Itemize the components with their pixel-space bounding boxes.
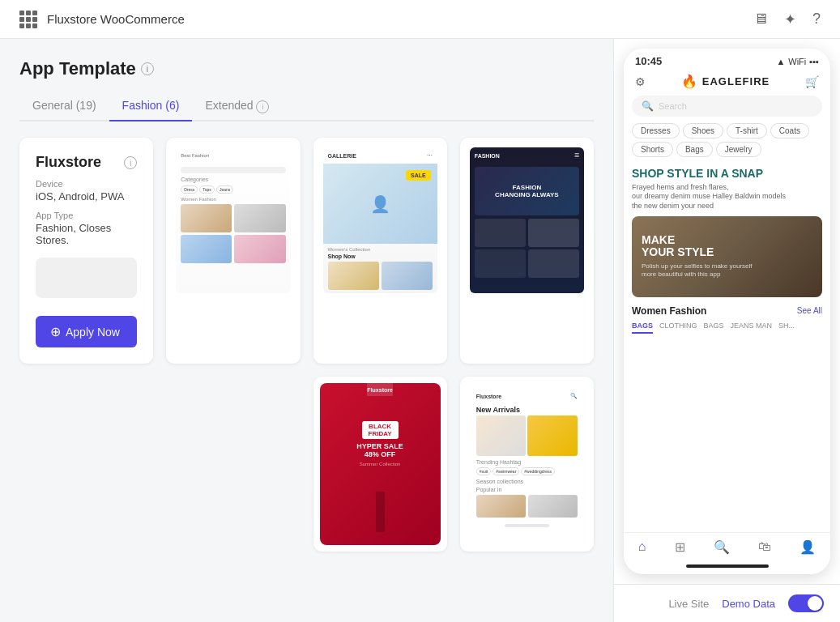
preview-placeholder — [36, 258, 137, 298]
device-label: Device — [36, 179, 137, 189]
banner-desc: Polish up your selfies to make yourself … — [642, 262, 753, 279]
mini-header-2: GALLERIE ⋯ — [323, 147, 437, 164]
thumbnail-black-friday[interactable]: Fluxstore BLACKFRIDAY HYPER SALE48% OFF … — [313, 377, 447, 552]
page-info-icon[interactable]: i — [141, 62, 154, 75]
category-chips-mock: Dress Tops Jeans — [181, 185, 285, 194]
chip-jewelry[interactable]: Jewelry — [716, 142, 761, 157]
live-demo-toggle[interactable] — [788, 594, 824, 612]
screen-mock-3: FASHION ☰ FASHIONCHANGING ALWAYS — [470, 147, 584, 293]
thumbnail-fashion-2[interactable]: GALLERIE ⋯ SALE 👤 Women's Collection Sho… — [313, 138, 447, 364]
see-all-button[interactable]: See All — [797, 306, 822, 315]
bf-app-name: Fluxstore — [367, 383, 393, 396]
trending-label: Trending Hashtag — [476, 459, 578, 465]
dark-banner: FASHIONCHANGING ALWAYS — [475, 167, 579, 215]
phone-frame: 10:45 ▲ WiFi ▪▪▪ ⚙ 🔥 EAGLEFIRE 🛒 — [614, 39, 840, 584]
bf-screen: Fluxstore BLACKFRIDAY HYPER SALE48% OFF … — [320, 383, 441, 545]
arrivals-img-row — [476, 415, 578, 456]
cat-tab-more[interactable]: SH... — [778, 322, 795, 334]
cat-tab-clothing[interactable]: CLOTHING — [659, 322, 697, 334]
search-bar[interactable]: 🔍 Search — [632, 96, 822, 117]
apply-now-button[interactable]: ⊕ Apply Now — [36, 316, 137, 347]
settings-icon[interactable]: ✦ — [784, 11, 796, 28]
topbar-left: Fluxstore WooCommerce — [19, 11, 185, 28]
arrivals-title: New Arrivals — [476, 406, 578, 414]
grid-icon[interactable] — [19, 11, 37, 28]
categories-label: Categories — [181, 177, 285, 182]
app-header: ⚙ 🔥 EAGLEFIRE 🛒 — [624, 70, 830, 96]
search-bar-mock — [181, 167, 285, 173]
thumbnail-new-arrivals[interactable]: Fluxstore 🔍 New Arrivals Trending Hashta… — [460, 377, 594, 552]
template-grid-row2: Fluxstore BLACKFRIDAY HYPER SALE48% OFF … — [19, 377, 594, 552]
bf-title: HYPER SALE48% OFF — [356, 442, 403, 458]
sale-badge: SALE — [406, 170, 431, 181]
section-label: Women Fashion — [181, 197, 285, 202]
search-icon: 🔍 — [642, 100, 654, 112]
settings-sm-icon[interactable]: ⚙ — [635, 75, 646, 88]
tab-general[interactable]: General (19) — [19, 92, 109, 121]
arrivals-header: Fluxstore 🔍 — [471, 390, 582, 403]
bottom-nav: ⌂ ⊞ 🔍 🛍 👤 — [624, 532, 830, 564]
left-content: App Template i General (19) Fashion (6) … — [0, 39, 613, 622]
nav-home-icon[interactable]: ⌂ — [638, 539, 646, 555]
plus-icon: ⊕ — [50, 324, 61, 339]
cat-tab-jeans[interactable]: JEANS MAN — [731, 322, 773, 334]
women-fashion-header: Women Fashion See All — [624, 305, 830, 322]
arrivals-img-1 — [476, 415, 527, 456]
chip-tshirt[interactable]: T-shirt — [727, 123, 767, 138]
spacer-1 — [19, 377, 153, 552]
fluxstore-info-icon[interactable]: i — [124, 156, 137, 169]
topbar-right: 🖥 ✦ ? — [753, 11, 821, 28]
product-card-4 — [234, 235, 285, 263]
toggle-knob — [808, 596, 822, 611]
cart-icon[interactable]: 🛒 — [805, 75, 819, 88]
home-indicator — [686, 564, 769, 568]
product-card-3 — [181, 235, 232, 263]
apptype-label: App Type — [36, 211, 137, 220]
tab-bar: General (19) Fashion (6) Extended i — [19, 92, 594, 121]
popular-grid — [476, 495, 578, 518]
extended-info-icon: i — [256, 100, 269, 113]
nav-cart-icon[interactable]: 🛍 — [758, 539, 771, 555]
cat-tab-bags[interactable]: BAGS — [632, 322, 653, 334]
flame-icon: 🔥 — [681, 74, 697, 89]
arrivals-screen: Fluxstore 🔍 New Arrivals Trending Hashta… — [467, 383, 587, 545]
tab-fashion[interactable]: Fashion (6) — [109, 92, 193, 121]
main-layout: App Template i General (19) Fashion (6) … — [0, 39, 840, 622]
cat-tab-bags2[interactable]: BAGS — [704, 322, 724, 334]
chip-shorts[interactable]: Shorts — [632, 142, 673, 157]
nav-search-icon[interactable]: 🔍 — [714, 539, 730, 555]
banner-image: MAKE YOUR STYLE Polish up your selfies t… — [632, 216, 822, 297]
tab-extended[interactable]: Extended i — [192, 92, 282, 121]
status-bar: 10:45 ▲ WiFi ▪▪▪ — [624, 49, 830, 70]
search-placeholder: Search — [659, 101, 687, 111]
help-icon[interactable]: ? — [812, 11, 821, 28]
dark-header: FASHION ☰ — [470, 147, 584, 164]
mini-header-1: Best Fashion — [176, 147, 290, 164]
monitor-icon[interactable]: 🖥 — [753, 11, 768, 28]
thumbnail-fashion-3[interactable]: FASHION ☰ FASHIONCHANGING ALWAYS — [460, 138, 594, 364]
wifi-icon: WiFi — [788, 57, 806, 66]
chip-shoes[interactable]: Shoes — [683, 123, 723, 138]
category-tabs: BAGS CLOTHING BAGS JEANS MAN SH... — [624, 322, 830, 339]
chip-coats[interactable]: Coats — [770, 123, 809, 138]
chip-bags[interactable]: Bags — [676, 142, 713, 157]
template-grid-row1: Fluxstore i Device iOS, Android, PWA App… — [19, 138, 594, 364]
bf-badge: BLACKFRIDAY — [362, 421, 399, 439]
popular-label: Popular in — [476, 487, 578, 492]
arrivals-content: New Arrivals Trending Hashtag #suit #swi… — [471, 403, 582, 521]
chip-dresses[interactable]: Dresses — [632, 123, 680, 138]
fluxstore-header: Fluxstore i — [36, 154, 137, 171]
device-value: iOS, Android, PWA — [36, 190, 137, 202]
arrivals-img-2 — [527, 415, 578, 456]
page-title-row: App Template i — [19, 58, 594, 79]
nav-user-icon[interactable]: 👤 — [799, 539, 816, 555]
product-info-mock: Women's Collection Shop Now — [323, 244, 437, 293]
bf-bottom — [376, 492, 385, 532]
nav-grid-icon[interactable]: ⊞ — [675, 539, 685, 555]
hero-title: SHOP STYLE IN A SNAP — [632, 167, 822, 181]
hero-text: SHOP STYLE IN A SNAP Frayed hems and fre… — [624, 164, 830, 216]
women-fashion-title: Women Fashion — [632, 305, 706, 317]
scroll-indicator-2 — [505, 524, 549, 527]
device-section: Device iOS, Android, PWA — [36, 179, 137, 202]
thumbnail-fashion-1[interactable]: Best Fashion Categories Dress Tops Jeans… — [166, 138, 300, 364]
